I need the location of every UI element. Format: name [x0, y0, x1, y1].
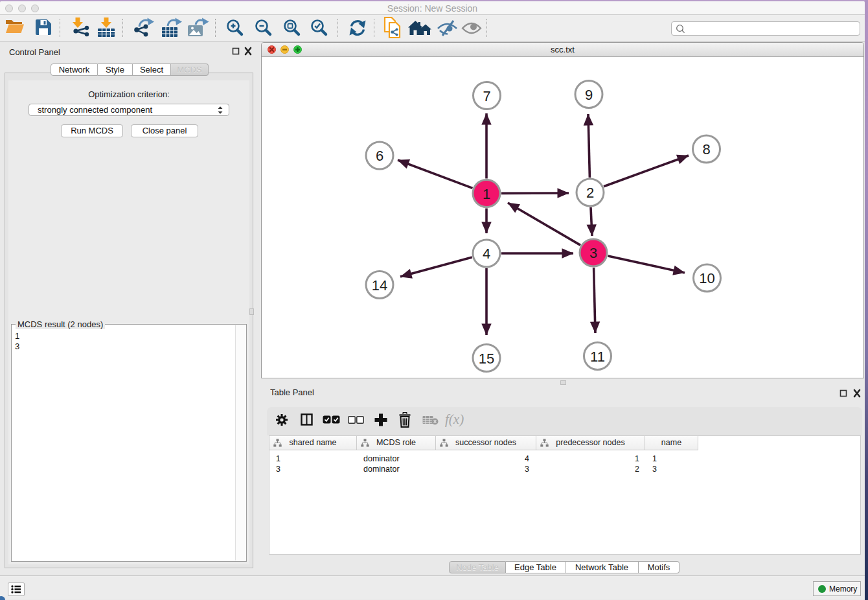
svg-text:10: 10 [699, 270, 714, 286]
svg-text:15: 15 [479, 351, 494, 367]
svg-text:1: 1 [483, 186, 490, 202]
svg-text:11: 11 [590, 349, 605, 365]
svg-text:9: 9 [585, 87, 593, 103]
svg-text:2: 2 [586, 185, 594, 201]
svg-text:8: 8 [702, 141, 710, 157]
svg-text:6: 6 [376, 148, 383, 164]
svg-text:14: 14 [372, 277, 387, 294]
svg-text:3: 3 [589, 245, 597, 261]
svg-text:4: 4 [483, 246, 490, 262]
svg-text:7: 7 [483, 88, 490, 104]
